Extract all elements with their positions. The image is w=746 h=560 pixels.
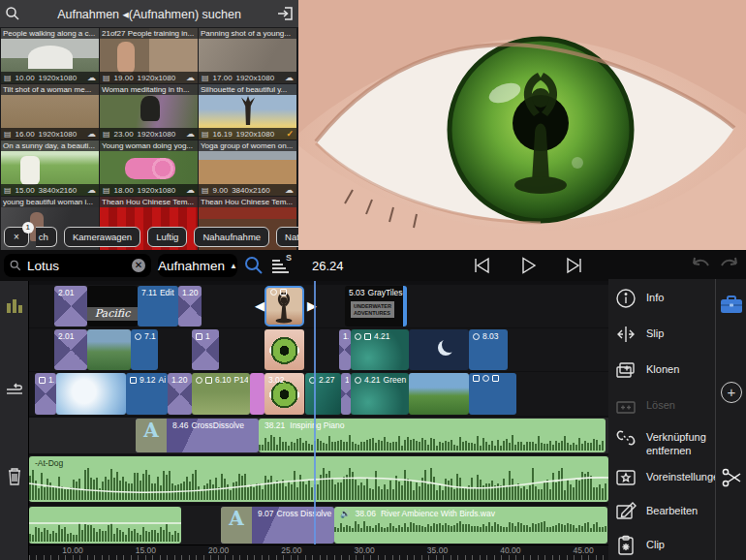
menu-item-clone[interactable]: Klonen [614,358,713,382]
clip-edge-handle[interactable] [403,286,407,327]
thumb-duration: 15.00 [16,186,35,195]
playhead[interactable] [314,281,316,544]
thumb-resolution: 1920x1080 [138,186,176,195]
thumb-title: Woman meditating in th... [100,84,198,95]
clear-search-icon[interactable]: ✕ [132,259,145,272]
media-thumbnail[interactable]: People walking along a c...▤10.001920x10… [1,28,99,83]
check-icon: ✓ [286,129,294,139]
clip-river-tail[interactable]: 7.1 [131,329,158,370]
title-clip-tail[interactable]: 7.11Edit [138,286,178,327]
clip-moon-night[interactable] [409,329,469,370]
transition-clip[interactable]: 1. [341,373,351,415]
tag-chip[interactable]: Luftig [147,227,187,247]
clip-fireflies[interactable]: 4.21 [351,329,409,370]
add-clip-button[interactable]: + [716,382,746,403]
thumb-title: young beautiful woman i... [1,197,99,207]
audio-transition-clip[interactable]: A 8.46CrossDissolve [136,419,259,452]
next-frame-button[interactable] [564,255,585,276]
transition-clip[interactable]: 2.01 [54,286,87,327]
thumb-resolution: 1920x1080 [236,130,275,139]
clip-air-bubble[interactable]: 9.12Air Bubl [126,373,168,415]
clip-graytiles[interactable]: 5.03GrayTiles-1 UNDERWATERADVENTURES [345,286,407,327]
cloud-icon: ☁ [285,73,294,82]
audio-clip-at-dog[interactable]: -At-Dog [29,456,608,502]
media-thumbnail[interactable]: Yoga group of women on...▤9.003840x2160☁ [199,140,296,196]
transition-clip[interactable]: 1.20 [178,286,202,327]
menu-item-presets[interactable]: Voreinstellungen [614,466,713,489]
trash-icon[interactable] [4,467,25,485]
thumb-title: Silhouette of beautiful y... [199,84,296,95]
media-thumbnail[interactable]: Panning shot of a young...▤17.001920x108… [199,28,296,83]
clip-moon-tail[interactable]: 8.03 [469,329,508,370]
clip-pink-segment[interactable] [250,373,264,415]
redo-icon[interactable] [719,257,740,274]
clip-tail[interactable] [469,373,516,415]
search-input[interactable]: Lotus ✕ [4,254,151,277]
media-thumbnail[interactable]: On a sunny day, a beauti...▤15.003840x21… [1,140,99,196]
trim-left-handle[interactable]: ◀ [255,298,264,313]
transition-clip[interactable]: 1. [35,373,56,415]
film-icon: ▤ [103,130,110,139]
menu-item-info[interactable]: Info [614,287,713,310]
toolbox-icon[interactable] [716,295,746,314]
volume-automation-line[interactable] [29,474,608,497]
audio-clip-river-ambience[interactable]: 🔊38.06River Ambience With Birds.wav [334,507,607,544]
search-scope-dropdown[interactable]: Aufnahmen▲ [158,254,237,277]
clip-river-valley[interactable] [87,329,131,370]
menu-item-detach[interactable]: Lösen [614,394,713,418]
clip-eye[interactable]: 3.02 [264,373,304,415]
undo-icon[interactable] [690,257,711,274]
menu-item-clip[interactable]: Clip [614,534,713,557]
menu-item-remove-link[interactable]: Verknüpfung entfernen [614,426,713,458]
film-icon: ▤ [103,74,110,82]
clip-teal[interactable]: 2.27 [305,373,341,415]
clip-sun-sky[interactable] [56,373,126,415]
audio-transition-clip[interactable]: A 9.07Cross Dissolve [221,507,334,544]
film-icon: ▤ [4,186,12,195]
underwater-logo: UNDERWATERADVENTURES [351,301,394,318]
media-thumbnail[interactable]: Tilt shot of a woman me...▤16.001920x108… [1,84,99,140]
media-thumbnail[interactable]: Young woman doing yog...▤18.001920x1080☁ [100,140,198,196]
thumb-title: On a sunny day, a beauti... [1,140,99,151]
tag-chip[interactable]: ch [36,227,57,247]
cloud-icon: ☁ [186,129,195,139]
transition-clip[interactable]: 1.20 [168,373,192,415]
ruler-label: 40.00 [500,545,520,555]
thumb-resolution: 1920x1080 [236,74,275,82]
media-thumbnail[interactable]: Silhouette of beautiful y...▤16.191920x1… [199,84,296,140]
audio-clip-inspiring-piano[interactable]: 38.21Inspiring Piano [259,419,606,452]
transition-clip[interactable]: 1 [192,329,219,370]
clip-green-hills[interactable] [409,373,469,415]
insert-overwrite-icon[interactable] [4,382,25,397]
thumb-title: Thean Hou Chinese Tem... [199,197,296,207]
audio-levels-icon[interactable] [4,296,25,314]
clip-fireflies-green[interactable]: 4.21Green [351,373,409,415]
import-icon[interactable] [273,6,298,21]
tag-chip[interactable]: Nahaufnahme [194,227,269,247]
media-source-title[interactable]: Aufnahmen ◂(Aufnahmen) suchen [25,7,273,21]
search-icon[interactable] [0,6,25,21]
clip-meadow[interactable]: 6.10P1433 [192,373,250,415]
selected-clip[interactable] [264,286,304,327]
tag-chip[interactable]: Natur [276,227,298,247]
previous-frame-button[interactable] [471,255,492,276]
title-clip-pacific[interactable]: Pacific [87,286,138,327]
audio-clip[interactable] [29,507,181,544]
transition-clip[interactable]: 2.01 [54,329,87,370]
tag-chip[interactable]: Kamerawagen [64,227,140,247]
menu-item-edit[interactable]: Bearbeiten [614,500,713,523]
sort-icon[interactable]: S [272,256,292,275]
transition-clip[interactable]: 1. [339,329,351,370]
video-preview[interactable] [298,0,746,250]
run-search-icon[interactable] [244,256,264,275]
menu-item-slip[interactable]: Slip [614,323,713,346]
cloud-icon: ☁ [285,185,294,195]
play-button[interactable] [517,255,539,276]
tag-count-badge: 1 [22,222,34,233]
media-thumbnail[interactable]: 21of27 People training in...▤19.001920x1… [100,28,198,83]
media-thumbnail[interactable]: Woman meditating in th...▤23.001920x1080… [100,84,198,140]
clear-tags-button[interactable]: × 1 [4,227,29,247]
timeline-tools-strip: + [715,279,746,560]
split-scissors-icon[interactable] [716,467,746,488]
clip-eye[interactable] [264,329,304,370]
